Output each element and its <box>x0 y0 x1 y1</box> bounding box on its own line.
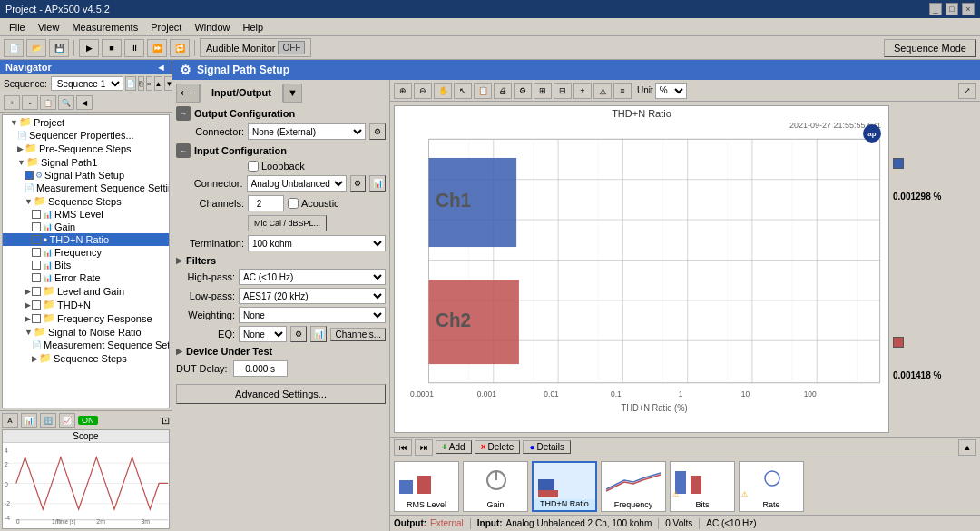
bt-expand[interactable]: ▲ <box>958 439 976 456</box>
bt-next[interactable]: ⏭ <box>415 439 433 456</box>
menu-file[interactable]: File <box>4 20 31 34</box>
unit-select[interactable]: % dB <box>655 83 687 99</box>
run-button[interactable]: ▶ <box>79 39 99 57</box>
eq-btn2[interactable]: 📊 <box>310 326 327 342</box>
acoustic-label-wrap[interactable]: Acoustic <box>288 198 339 209</box>
monitors-expand-btn[interactable]: ⊡ <box>162 415 170 427</box>
monitor-btn-2[interactable]: 📊 <box>21 413 37 428</box>
chart-print[interactable]: 🖨 <box>494 83 512 99</box>
weighting-select[interactable]: None <box>239 307 386 323</box>
navigator-collapse-btn[interactable]: ◄ <box>156 62 166 73</box>
thdn-folder-checkbox[interactable] <box>32 300 41 310</box>
chart-more[interactable]: ≡ <box>613 83 632 99</box>
chart-settings[interactable]: ⚙ <box>514 83 532 99</box>
toolbar-btn-5[interactable]: 🔁 <box>170 39 190 57</box>
mic-cal-button[interactable]: Mic Cal / dBSPL... <box>248 215 327 231</box>
eq-select[interactable]: None <box>239 326 287 342</box>
thumb-bits[interactable]: ⚠ Bits <box>670 461 735 512</box>
save-button[interactable]: 💾 <box>49 39 69 57</box>
tree-thdn-folder[interactable]: ▶ 📁 THD+N <box>3 298 169 311</box>
menu-project[interactable]: Project <box>145 20 187 34</box>
highpass-select[interactable]: AC (<10 Hz) <box>239 269 386 285</box>
tree-gain[interactable]: 📊 Gain <box>3 221 169 233</box>
termination-select[interactable]: 100 kohm <box>248 235 386 251</box>
chart-zoom-in[interactable]: ⊕ <box>394 83 412 99</box>
menu-window[interactable]: Window <box>189 20 235 34</box>
output-connector-btn[interactable]: ⚙ <box>369 123 386 140</box>
chart-pan[interactable]: ✋ <box>434 83 452 99</box>
chart-cursor[interactable]: + <box>573 83 592 99</box>
chart-select[interactable]: ↖ <box>454 83 472 99</box>
thumb-thdn[interactable]: THD+N Ratio <box>532 461 597 512</box>
nav-copy-btn[interactable]: ⎘ <box>138 76 144 91</box>
chart-copy[interactable]: 📋 <box>474 83 492 99</box>
window-controls[interactable]: _ □ × <box>929 3 975 15</box>
loopback-checkbox-label[interactable]: Loopback <box>248 161 305 172</box>
eq-btn1[interactable]: ⚙ <box>290 326 307 342</box>
advanced-settings-button[interactable]: Advanced Settings... <box>176 384 386 404</box>
nav-delete-btn[interactable]: × <box>146 76 152 91</box>
sequence-mode-button[interactable]: Sequence Mode <box>884 39 976 57</box>
tree-snr[interactable]: ▼ 📁 Signal to Noise Ratio <box>3 325 169 339</box>
audible-monitor-toggle[interactable]: OFF <box>278 41 305 54</box>
chart-expand[interactable]: ⤢ <box>958 83 976 99</box>
chart-zoom-out[interactable]: ⊖ <box>414 83 432 99</box>
input-connector-btn1[interactable]: ⚙ <box>350 175 367 192</box>
toolbar-btn-3[interactable]: ⏸ <box>124 39 144 57</box>
thumb-rate[interactable]: ⚠ Rate <box>739 461 804 512</box>
add-button[interactable]: + Add <box>436 440 472 454</box>
monitor-btn-3[interactable]: 🔢 <box>40 413 56 428</box>
chart-grid[interactable]: ⊟ <box>554 83 572 99</box>
tree-seq-steps[interactable]: ▼ 📁 Sequence Steps <box>3 194 169 208</box>
thumb-freq[interactable]: Frequency <box>601 461 666 512</box>
channels-input[interactable] <box>248 195 284 211</box>
thumb-rms[interactable]: RMS Level <box>394 461 459 512</box>
menu-view[interactable]: View <box>33 20 65 34</box>
monitor-btn-4[interactable]: 📈 <box>59 413 75 428</box>
tree-collapse-all[interactable]: - <box>22 95 38 110</box>
tab-arrow-left[interactable]: ⟵ <box>176 84 200 103</box>
sequence-select[interactable]: Sequence 1 <box>51 76 123 91</box>
minimize-button[interactable]: _ <box>929 3 942 15</box>
bt-prev[interactable]: ⏮ <box>394 439 412 456</box>
new-button[interactable]: 📄 <box>4 39 24 57</box>
menu-measurements[interactable]: Measurements <box>66 20 143 34</box>
sps-checkbox[interactable] <box>24 171 34 180</box>
details-button[interactable]: ● Details <box>523 440 571 454</box>
tree-meas-settings2[interactable]: 📄 Measurement Sequence Settings... <box>3 339 169 351</box>
tree-btn-5[interactable]: ◀ <box>76 95 93 110</box>
tree-error-rate[interactable]: 📊 Error Rate <box>3 271 169 284</box>
tree-btn-4[interactable]: 🔍 <box>58 95 74 110</box>
rms-checkbox[interactable] <box>32 210 41 219</box>
tree-thdn-ratio[interactable]: ● THD+N Ratio <box>3 233 169 246</box>
tree-seq-steps2[interactable]: ▶ 📁 Sequence Steps <box>3 351 169 365</box>
tree-signal-path1[interactable]: ▼ 📁 Signal Path1 <box>3 155 169 169</box>
tree-level-gain[interactable]: ▶ 📁 Level and Gain <box>3 284 169 298</box>
tree-signal-path-setup[interactable]: ⚙ Signal Path Setup <box>3 169 169 182</box>
freq-checkbox[interactable] <box>32 248 41 257</box>
freqresp-checkbox[interactable] <box>32 314 41 323</box>
stop-button[interactable]: ■ <box>102 39 122 57</box>
toolbar-btn-4[interactable]: ⏩ <box>147 39 167 57</box>
open-button[interactable]: 📂 <box>26 39 46 57</box>
tab-input-output[interactable]: Input/Output <box>200 84 283 103</box>
thdn-checkbox[interactable] <box>32 235 41 244</box>
tree-sequencer-props[interactable]: 📄 Sequencer Properties... <box>3 129 169 142</box>
tree-freq-response[interactable]: ▶ 📁 Frequency Response <box>3 311 169 325</box>
dut-delay-input[interactable] <box>233 360 288 377</box>
err-checkbox[interactable] <box>32 273 41 282</box>
maximize-button[interactable]: □ <box>946 3 958 15</box>
thumb-gain[interactable]: Gain <box>463 461 528 512</box>
tree-btn-3[interactable]: 📋 <box>40 95 56 110</box>
close-button[interactable]: × <box>962 3 975 15</box>
tree-meas-settings[interactable]: 📄 Measurement Sequence Settings... <box>3 182 169 194</box>
nav-move-up-btn[interactable]: ▲ <box>154 76 163 91</box>
tree-frequency[interactable]: 📊 Frequency <box>3 246 169 259</box>
levelgain-checkbox[interactable] <box>32 287 41 296</box>
chart-fit[interactable]: ⊞ <box>534 83 552 99</box>
tree-rms[interactable]: 📊 RMS Level <box>3 208 169 221</box>
tree-pre-seq[interactable]: ▶ 📁 Pre-Sequence Steps <box>3 142 169 155</box>
nav-new-btn[interactable]: 📄 <box>125 76 136 91</box>
chart-marker[interactable]: △ <box>593 83 612 99</box>
input-connector-select[interactable]: Analog Unbalanced <box>247 175 347 192</box>
